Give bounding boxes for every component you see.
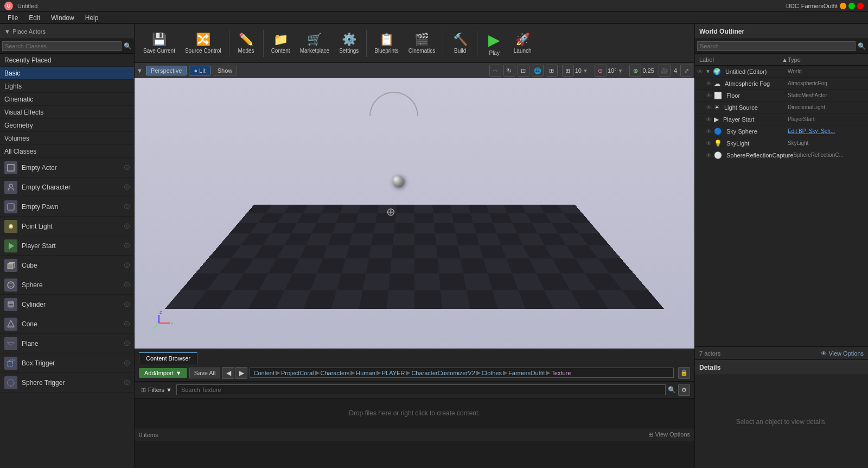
- maximize-button[interactable]: [848, 3, 855, 9]
- actor-cylinder[interactable]: Cylinder ⓘ: [0, 295, 134, 314]
- category-volumes[interactable]: Volumes: [0, 132, 134, 145]
- actor-sphere-trigger[interactable]: Sphere Trigger ⓘ: [0, 373, 134, 393]
- save-all-button[interactable]: Save All: [189, 368, 221, 378]
- collapse-arrow-untitled[interactable]: ▼: [705, 68, 711, 74]
- point-light-info[interactable]: ⓘ: [124, 223, 130, 230]
- marketplace-button[interactable]: 🛒 Marketplace: [296, 30, 334, 56]
- player-start-info[interactable]: ⓘ: [124, 242, 130, 250]
- content-button[interactable]: 📁 Content: [267, 30, 295, 56]
- breadcrumb-content[interactable]: Content: [253, 370, 275, 376]
- outliner-item-sphere-reflection[interactable]: 👁 ⚪ SphereReflectionCapture SphereReflec…: [695, 149, 868, 161]
- content-browser-tab[interactable]: Content Browser: [139, 352, 197, 364]
- category-lights[interactable]: Lights: [0, 80, 134, 93]
- skysphere-type[interactable]: Edit BP_Sky_Sph...: [788, 128, 864, 134]
- build-button[interactable]: 🔨 Build: [446, 30, 474, 56]
- breadcrumb-characters[interactable]: Characters: [321, 370, 350, 376]
- actor-cube[interactable]: Cube ⓘ: [0, 256, 134, 275]
- outliner-search-input[interactable]: [697, 41, 856, 51]
- col-type-header[interactable]: Type: [788, 56, 864, 63]
- perspective-dropdown[interactable]: ▼: [137, 67, 143, 74]
- outliner-item-atmospheric-fog[interactable]: 👁 ☁ Atmospheric Fog AtmosphericFog: [695, 78, 868, 90]
- view-options-button[interactable]: 👁 View Options: [821, 350, 864, 357]
- cube-info[interactable]: ⓘ: [124, 262, 130, 269]
- outliner-eye-light[interactable]: 👁: [706, 104, 712, 111]
- translate-gizmo-btn[interactable]: ↔: [489, 65, 501, 77]
- cb-lock-button[interactable]: 🔒: [678, 367, 690, 379]
- breadcrumb-customizer[interactable]: CharacterCustomizerV2: [411, 370, 475, 376]
- surface-snap-btn[interactable]: ⊞: [546, 65, 558, 77]
- breadcrumb-farmersoutfit[interactable]: FarmersOutfit: [508, 370, 545, 376]
- actor-player-start[interactable]: Player Start ⓘ: [0, 236, 134, 256]
- window-controls[interactable]: DDC FarmersOutfit: [786, 3, 864, 9]
- filters-button[interactable]: Filters ▼: [148, 387, 172, 393]
- viewport[interactable]: ▼ Perspective ● Lit Show ↔ ↻ ⊡ 🌐 ⊞ ⊞ 10 …: [135, 63, 694, 349]
- outliner-eye-fog[interactable]: 👁: [706, 80, 712, 87]
- actor-plane[interactable]: Plane ⓘ: [0, 334, 134, 353]
- category-recently-placed[interactable]: Recently Placed: [0, 54, 134, 67]
- search-classes-input[interactable]: [2, 41, 122, 51]
- cb-view-options[interactable]: ⊞ View Options: [648, 431, 690, 438]
- add-import-dropdown-icon[interactable]: ▼: [176, 370, 182, 376]
- search-texture-input[interactable]: [176, 384, 666, 395]
- menu-file[interactable]: File: [2, 13, 23, 23]
- nav-back-button[interactable]: ◀: [222, 367, 234, 379]
- grid-snap-toggle[interactable]: ⊞: [562, 65, 574, 77]
- breadcrumb-projectcoral[interactable]: ProjectCoral: [281, 370, 314, 376]
- col-label-header[interactable]: Label: [699, 56, 780, 63]
- rotation-snap-toggle[interactable]: ⊙: [595, 65, 607, 77]
- menu-window[interactable]: Window: [46, 13, 80, 23]
- modes-button[interactable]: ✏️ Modes: [233, 30, 260, 56]
- settings-button[interactable]: ⚙️ Settings: [335, 30, 363, 56]
- outliner-item-sky-sphere[interactable]: 👁 🔵 Sky Sphere Edit BP_Sky_Sph...: [695, 125, 868, 137]
- outliner-eye-playerstart[interactable]: 👁: [706, 116, 712, 123]
- outliner-item-light-source[interactable]: 👁 ☀ Light Source DirectionalLight: [695, 102, 868, 113]
- sphere-trigger-info[interactable]: ⓘ: [124, 379, 130, 387]
- outliner-item-floor[interactable]: 👁 ⬜ Floor StaticMeshActor: [695, 90, 868, 102]
- breadcrumb-texture[interactable]: Texture: [551, 370, 571, 376]
- cb-content-area[interactable]: Drop files here or right click to create…: [135, 399, 694, 428]
- outliner-item-player-start[interactable]: 👁 ▶ Player Start PlayerStart: [695, 113, 868, 125]
- category-all-classes[interactable]: All Classes: [0, 145, 134, 158]
- add-import-button[interactable]: Add/Import ▼: [139, 368, 187, 378]
- category-visual-effects[interactable]: Visual Effects: [0, 106, 134, 119]
- outliner-eye-untitled[interactable]: 👁: [697, 68, 703, 75]
- actor-cone[interactable]: Cone ⓘ: [0, 314, 134, 334]
- box-trigger-info[interactable]: ⓘ: [124, 359, 130, 367]
- category-geometry[interactable]: Geometry: [0, 119, 134, 132]
- empty-actor-info[interactable]: ⓘ: [124, 164, 130, 172]
- cone-info[interactable]: ⓘ: [124, 320, 130, 328]
- cinematics-button[interactable]: 🎬 Cinematics: [404, 30, 439, 56]
- maximize-viewport-btn[interactable]: ⤢: [680, 65, 692, 77]
- breadcrumb-human[interactable]: Human: [356, 370, 375, 376]
- category-cinematic[interactable]: Cinematic: [0, 93, 134, 106]
- blueprints-button[interactable]: 📋 Blueprints: [370, 30, 403, 56]
- empty-pawn-info[interactable]: ⓘ: [124, 203, 130, 211]
- perspective-button[interactable]: Perspective: [146, 66, 187, 75]
- minimize-button[interactable]: [840, 3, 846, 9]
- collapse-arrow[interactable]: ▼: [4, 28, 10, 35]
- outliner-eye-skylight[interactable]: 👁: [706, 140, 712, 147]
- actor-empty-actor[interactable]: Empty Actor ⓘ: [0, 158, 134, 178]
- plane-info[interactable]: ⓘ: [124, 340, 130, 347]
- nav-forward-button[interactable]: ▶: [235, 367, 247, 379]
- rotate-gizmo-btn[interactable]: ↻: [503, 65, 515, 77]
- outliner-eye-floor[interactable]: 👁: [706, 92, 712, 99]
- close-button[interactable]: [857, 3, 864, 9]
- rotation-dropdown[interactable]: ▼: [618, 68, 623, 74]
- save-current-button[interactable]: 💾 Save Current: [139, 30, 180, 56]
- actor-empty-pawn[interactable]: Empty Pawn ⓘ: [0, 197, 134, 217]
- lit-button[interactable]: ● Lit: [189, 66, 210, 75]
- play-button[interactable]: ▶ Play: [481, 29, 508, 58]
- menu-help[interactable]: Help: [80, 13, 104, 23]
- scale-snap-toggle[interactable]: ⊗: [629, 65, 641, 77]
- empty-character-info[interactable]: ⓘ: [124, 184, 130, 191]
- category-basic[interactable]: Basic: [0, 67, 134, 80]
- cb-settings-btn[interactable]: ⚙: [678, 384, 690, 396]
- breadcrumb-player[interactable]: PLAYER: [382, 370, 405, 376]
- outliner-item-skylight[interactable]: 👁 💡 SkyLight SkyLight: [695, 137, 868, 149]
- launch-button[interactable]: 🚀 Launch: [509, 30, 536, 56]
- source-control-button[interactable]: 🔀 Source Control: [181, 30, 226, 56]
- grid-dropdown[interactable]: ▼: [583, 68, 588, 74]
- world-local-btn[interactable]: 🌐: [532, 65, 544, 77]
- actor-box-trigger[interactable]: Box Trigger ⓘ: [0, 353, 134, 373]
